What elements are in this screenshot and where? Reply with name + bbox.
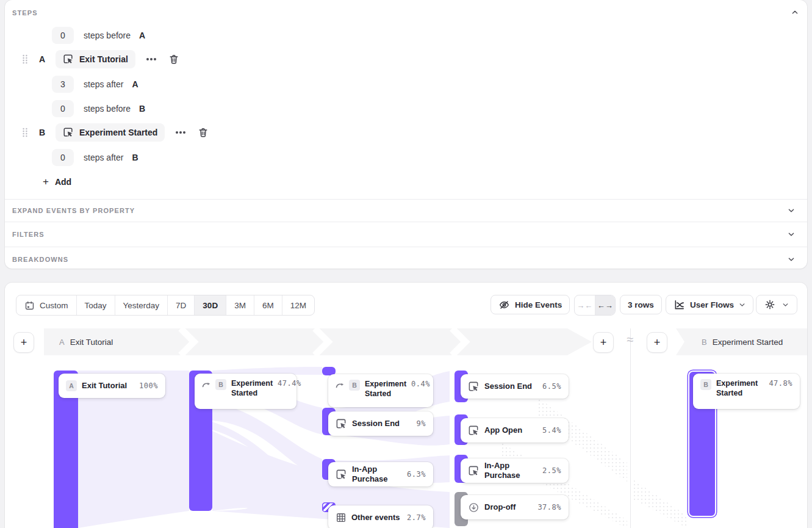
step-chip-b: B (215, 379, 226, 390)
steps-before-label: steps before (84, 31, 131, 40)
steps-before-label: steps before (84, 104, 131, 114)
chevron-down-icon (782, 302, 789, 308)
flow-node-in-app-purchase[interactable]: In-App Purchase 6.3% (328, 462, 433, 486)
date-label: 3M (234, 301, 246, 310)
step-b-row: B Experiment Started (22, 123, 209, 142)
node-percent: 47.4% (278, 379, 301, 388)
divider (5, 247, 807, 247)
steps-before-a-row: 0 steps before A (52, 27, 145, 44)
flow-node-app-open[interactable]: App Open 5.4% (461, 418, 569, 443)
flow-node-session-end[interactable]: Session End 9% (328, 411, 433, 436)
node-percent: 2.5% (542, 466, 561, 475)
flow-node-session-end-2[interactable]: Session End 6.5% (461, 374, 569, 399)
flow-node-experiment-started-small[interactable]: B Experiment Started 0.4% (328, 374, 433, 407)
flow-node-drop-off[interactable]: Drop-off 37.8% (461, 495, 569, 519)
date-label: Yesterday (123, 301, 160, 310)
chevron-up-icon[interactable] (791, 9, 799, 16)
date-label: Today (85, 301, 107, 310)
flow-node-b-anchor[interactable]: B Experiment Started 47.8% (693, 374, 800, 409)
flow-node-other-events[interactable]: Other events 2.7% (328, 505, 433, 528)
click-event-icon (468, 381, 480, 392)
section-label: EXPAND EVENTS BY PROPERTY (12, 207, 135, 214)
add-step-before-b-button[interactable]: + (647, 332, 667, 353)
step-ref-b: B (139, 104, 145, 114)
date-3m-button[interactable]: 3M (226, 295, 254, 315)
node-name: Experiment Started (231, 379, 273, 398)
steps-after-a-input[interactable]: 3 (52, 76, 74, 93)
add-step-button[interactable]: + Add (43, 175, 71, 189)
chevron-down-icon (739, 302, 746, 308)
chevron-down-icon (788, 231, 795, 238)
step-b-letter: B (39, 128, 56, 137)
grid-icon (336, 512, 347, 523)
event-select-experiment-started[interactable]: Experiment Started (56, 123, 165, 142)
date-6m-button[interactable]: 6M (254, 295, 282, 315)
date-12m-button[interactable]: 12M (282, 295, 314, 315)
more-options-icon[interactable] (145, 53, 157, 65)
steps-before-a-input[interactable]: 0 (52, 27, 74, 44)
flow-report-panel: Custom Today Yesterday 7D 30D 3M 6M 12M … (5, 283, 807, 528)
more-options-icon[interactable] (174, 126, 187, 139)
steps-after-b-row: 0 steps after B (52, 149, 138, 166)
add-step-after-a-button[interactable]: + (593, 332, 614, 353)
node-name: Experiment Started (365, 380, 406, 399)
node-percent: 6.3% (407, 470, 426, 479)
node-name: Drop-off (484, 502, 533, 512)
node-name: App Open (484, 425, 537, 435)
view-type-dropdown[interactable]: User Flows (666, 295, 753, 314)
click-event-icon (336, 418, 347, 430)
event-select-exit-tutorial[interactable]: Exit Tutorial (56, 50, 135, 68)
section-breakdowns[interactable]: BREAKDOWNS (5, 248, 807, 270)
date-today-button[interactable]: Today (77, 295, 115, 315)
node-percent: 2.7% (407, 513, 426, 522)
flow-node-in-app-purchase-2[interactable]: In-App Purchase 2.5% (461, 458, 569, 483)
date-7d-button[interactable]: 7D (168, 295, 195, 315)
settings-dropdown[interactable] (756, 295, 797, 314)
section-expand-events-by-property[interactable]: EXPAND EVENTS BY PROPERTY (5, 199, 807, 222)
continuation-arrow-icon (202, 380, 210, 388)
steps-title: STEPS (12, 9, 38, 16)
flow-node-experiment-started-main[interactable]: B Experiment Started 47.4% (195, 374, 296, 409)
date-label: 6M (262, 301, 274, 310)
click-event-icon (63, 127, 74, 138)
node-name: Experiment Started (716, 379, 764, 398)
node-percent: 47.8% (769, 379, 792, 388)
click-event-icon (468, 425, 480, 436)
trash-icon[interactable] (168, 54, 179, 65)
chevron-down-icon (788, 207, 795, 214)
node-percent: 37.8% (537, 503, 561, 512)
steps-panel: STEPS 0 steps before A A Exit Tutorial 3… (5, 0, 807, 269)
flow-node-exit-tutorial[interactable]: A Exit Tutorial 100% (59, 374, 165, 398)
add-column-left-button[interactable]: + (13, 332, 34, 353)
collapse-columns-button[interactable]: →← (575, 295, 595, 315)
hide-events-button[interactable]: Hide Events (490, 295, 570, 314)
flow-header-band-a[interactable] (44, 328, 593, 355)
date-30d-button[interactable]: 30D (195, 295, 226, 315)
date-yesterday-button[interactable]: Yesterday (115, 295, 168, 315)
flow-header-band-b[interactable] (676, 328, 807, 355)
step-ref-a: A (132, 79, 138, 89)
node-name: Session End (352, 419, 412, 429)
event-label: Exit Tutorial (79, 54, 128, 64)
steps-after-b-input[interactable]: 0 (52, 149, 74, 166)
section-filters[interactable]: FILTERS (5, 223, 807, 245)
steps-after-a-row: 3 steps after A (52, 76, 138, 93)
rows-count-button[interactable]: 3 rows (620, 295, 662, 314)
drop-off-icon (468, 502, 480, 513)
gear-icon (764, 299, 775, 310)
node-name: Session End (484, 382, 537, 391)
eye-off-icon (498, 299, 510, 311)
calendar-icon (24, 300, 35, 311)
step-ref-a: A (139, 31, 145, 40)
user-flows-icon (674, 299, 685, 311)
trash-icon[interactable] (198, 127, 209, 138)
drag-handle[interactable] (22, 128, 28, 137)
divider (5, 222, 807, 222)
date-label: 7D (176, 301, 186, 310)
expand-columns-button[interactable]: ←→ (595, 295, 616, 315)
date-custom-button[interactable]: Custom (16, 295, 77, 315)
drag-handle[interactable] (22, 54, 28, 64)
steps-before-b-input[interactable]: 0 (52, 100, 74, 117)
node-name: In-App Purchase (484, 461, 537, 481)
step-chip-a: A (66, 380, 77, 391)
